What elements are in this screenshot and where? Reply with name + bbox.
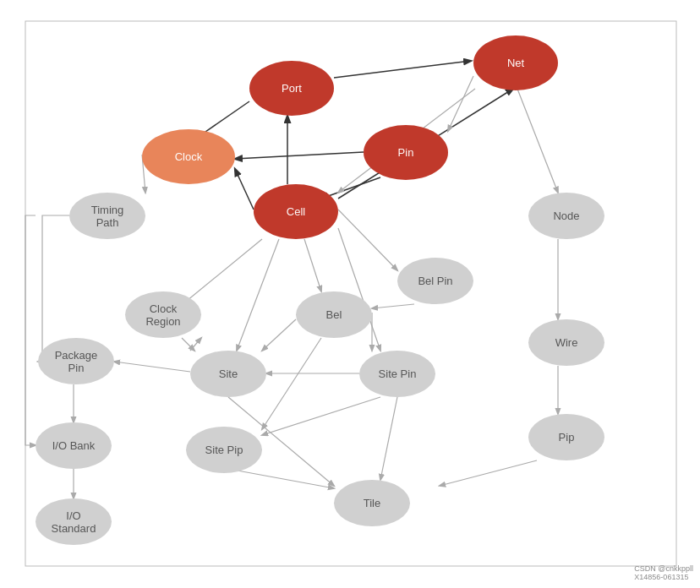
svg-line-10: [514, 80, 558, 193]
node-pin: Pin: [364, 125, 448, 180]
node-cell: Cell: [254, 184, 338, 239]
node-clockregion: ClockRegion: [125, 291, 201, 338]
node-iobank: I/O Bank: [36, 422, 112, 469]
svg-line-4: [235, 169, 254, 210]
svg-line-15: [338, 210, 397, 270]
svg-line-29: [380, 397, 397, 480]
watermark: CSDN @cnkkppllX14856-061315: [634, 564, 693, 581]
node-bel: Bel: [296, 291, 372, 338]
svg-line-28: [228, 469, 334, 488]
node-iostandard: I/OStandard: [36, 498, 112, 545]
svg-line-26: [440, 460, 537, 486]
svg-line-17: [262, 319, 296, 351]
node-net: Net: [473, 35, 558, 90]
node-pip: Pip: [528, 414, 604, 460]
svg-line-6: [235, 152, 364, 159]
svg-line-16: [372, 304, 414, 308]
node-packagepin: PackagePin: [38, 338, 114, 384]
node-tile: Tile: [334, 480, 410, 526]
node-node: Node: [528, 193, 604, 239]
svg-line-12: [304, 239, 321, 291]
node-sitepin: Site Pin: [359, 351, 435, 397]
node-port: Port: [249, 61, 334, 116]
svg-line-23: [262, 397, 380, 435]
node-clock: Clock: [142, 129, 235, 184]
node-site: Site: [190, 351, 266, 397]
svg-line-1: [334, 61, 471, 78]
svg-line-13: [237, 239, 279, 351]
diagram-container: NetPortPinClockCellTimingPathNodeBel Pin…: [0, 0, 700, 588]
svg-line-20: [114, 362, 190, 372]
node-wire: Wire: [528, 319, 604, 366]
node-belpin: Bel Pin: [397, 258, 473, 304]
svg-line-8: [448, 76, 473, 131]
node-sitepip: Site Pip: [186, 427, 262, 473]
svg-line-32: [182, 338, 194, 351]
svg-line-18: [262, 338, 321, 429]
node-timingpath: TimingPath: [69, 193, 145, 239]
